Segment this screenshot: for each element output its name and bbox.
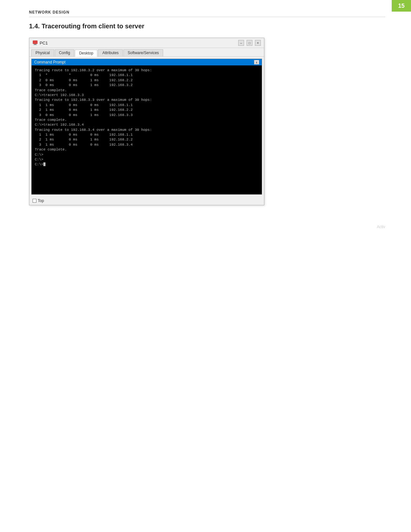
cmd-line: Tracing route to 192.168.3.2 over a maxi… bbox=[35, 68, 259, 73]
cmd-line: Tracing route to 192.168.3.3 over a maxi… bbox=[35, 98, 259, 102]
svg-rect-1 bbox=[34, 44, 36, 44]
main-content: 1.4. Tracerouting from client to server … bbox=[29, 23, 385, 205]
cmd-line: 2 1 ms 0 ms 1 ms 192.168.2.2 bbox=[35, 108, 259, 112]
cmd-title-text: Command Prompt bbox=[34, 60, 65, 64]
window-title-left: PC1 bbox=[33, 40, 48, 45]
svg-rect-2 bbox=[34, 44, 37, 45]
cmd-line: 3 0 ms 0 ms 1 ms 192.168.3.3 bbox=[35, 113, 259, 118]
pc-icon bbox=[33, 40, 38, 45]
cmd-line: C:\>tracert 192.168.3.3 bbox=[35, 93, 259, 98]
cmd-line: C:\>█ bbox=[35, 162, 259, 167]
cmd-close-button[interactable]: x bbox=[254, 60, 259, 64]
tab-desktop[interactable]: Desktop bbox=[75, 50, 97, 57]
cmd-window: Command Prompt x Tracing route to 192.16… bbox=[31, 59, 262, 195]
cmd-line: C:\> bbox=[35, 152, 259, 157]
cmd-line: Tracing route to 192.168.3.4 over a maxi… bbox=[35, 128, 259, 132]
cmd-line: 1 1 ms 0 ms 0 ms 192.168.1.1 bbox=[35, 132, 259, 137]
cmd-line: 2 0 ms 0 ms 1 ms 192.168.2.2 bbox=[35, 78, 259, 83]
cmd-line: Trace complete. bbox=[35, 118, 259, 122]
cmd-line: Trace complete. bbox=[35, 88, 259, 93]
top-checkbox-container: Top bbox=[33, 198, 44, 203]
top-checkbox[interactable] bbox=[33, 199, 36, 203]
svg-rect-0 bbox=[33, 41, 37, 44]
section-title: 1.4. Tracerouting from client to server bbox=[29, 23, 385, 30]
close-button[interactable]: × bbox=[255, 40, 261, 46]
window-titlebar: PC1 – □ × bbox=[29, 38, 264, 48]
cmd-line: 3 0 ms 0 ms 1 ms 192.168.3.2 bbox=[35, 83, 259, 88]
tab-attributes[interactable]: Attributes bbox=[98, 49, 123, 56]
top-checkbox-label: Top bbox=[38, 198, 44, 203]
minimize-button[interactable]: – bbox=[238, 40, 244, 46]
cmd-line: C:\> bbox=[35, 157, 259, 162]
tab-config[interactable]: Config bbox=[55, 49, 74, 56]
cmd-line: 2 1 ms 0 ms 1 ms 192.168.2.2 bbox=[35, 137, 259, 142]
restore-button[interactable]: □ bbox=[247, 40, 252, 46]
page-number: 15 bbox=[392, 0, 411, 12]
tab-software-services[interactable]: Software/Services bbox=[123, 49, 163, 56]
header-title: NETWORK DESIGN bbox=[29, 10, 69, 15]
cmd-line: 1 1 ms 0 ms 0 ms 192.168.1.1 bbox=[35, 103, 259, 108]
page-header: NETWORK DESIGN bbox=[29, 9, 385, 17]
cmd-line: C:\>tracert 192.168.3.4 bbox=[35, 122, 259, 127]
window-bottom: Top bbox=[29, 197, 264, 205]
tab-physical[interactable]: Physical bbox=[31, 49, 54, 56]
cmd-line: Trace complete. bbox=[35, 147, 259, 152]
cmd-line: 1 * * 0 ms 192.168.1.1 bbox=[35, 73, 259, 78]
pc1-window: PC1 – □ × Physical Config Desktop Attrib… bbox=[29, 38, 264, 205]
cmd-titlebar: Command Prompt x bbox=[32, 59, 262, 65]
cmd-line: 3 1 ms 0 ms 0 ms 192.168.3.4 bbox=[35, 142, 259, 147]
window-controls: – □ × bbox=[238, 40, 261, 46]
window-title-text: PC1 bbox=[40, 41, 48, 45]
cmd-body[interactable]: Tracing route to 192.168.3.2 over a maxi… bbox=[32, 65, 262, 194]
footer-right-text: Activ bbox=[377, 225, 385, 229]
tabs-bar: Physical Config Desktop Attributes Softw… bbox=[29, 48, 264, 57]
